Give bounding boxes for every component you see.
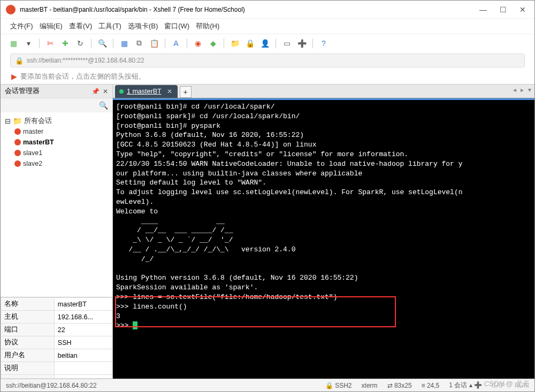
statusbar: ssh://beitian@192.168.64.80:22 🔒 SSH2 xt… — [1, 379, 534, 391]
prop-key: 用户名 — [1, 349, 55, 362]
status-cap: CAP — [492, 382, 505, 389]
screen-icon[interactable]: ▭ — [281, 38, 292, 49]
lock-icon: 🔒 — [15, 57, 24, 65]
tabstrip: 1 masterBT ✕ + ◂ ▸ ▾ — [113, 84, 534, 98]
maximize-button[interactable]: ☐ — [500, 5, 507, 14]
toolbar: ▦ ▾ ✄ ✚ ↻ 🔍 ▦ ⧉ 📋 A ◉ ◆ 📁 🔒 👤 ▭ ➕ ? — [1, 34, 534, 52]
close-button[interactable]: ✕ — [519, 5, 526, 14]
scissors-icon[interactable]: ✄ — [45, 38, 56, 49]
status-pos: ≡ 24,5 — [422, 382, 440, 389]
addressbar: 🔒 ssh://beitian:**********@192.168.64.80… — [1, 52, 534, 69]
tree-root[interactable]: ⊟ 📁 所有会话 — [5, 116, 108, 126]
session-icon — [14, 160, 21, 167]
session-item[interactable]: slave1 — [5, 148, 108, 158]
search-icon[interactable]: 🔍 — [99, 101, 108, 110]
help-icon[interactable]: ? — [318, 38, 329, 49]
expand-icon[interactable]: ⊟ — [5, 117, 11, 125]
tab-next-icon[interactable]: ▸ — [521, 86, 524, 94]
tab-add-button[interactable]: + — [180, 86, 192, 98]
terminal[interactable]: [root@panli bin]# cd /usr/local/spark/ [… — [113, 98, 534, 379]
session-icon — [14, 128, 21, 135]
xftp-icon[interactable]: ◆ — [208, 38, 218, 49]
close-panel-icon[interactable]: ✕ — [103, 88, 108, 95]
window-title: masterBT - beitian@panli:/usr/local/spar… — [20, 6, 479, 13]
status-sessions: 1 会话 ▴ ➕ — [449, 381, 482, 390]
app-icon — [6, 5, 16, 14]
status-size: ⇄ 83x25 — [387, 382, 412, 389]
font-icon[interactable]: A — [171, 38, 181, 49]
prop-val: 192.168.6... — [54, 311, 112, 324]
prop-val: SSH — [54, 336, 112, 349]
tip-text: 要添加当前会话，点击左侧的箭头按钮。 — [20, 72, 146, 81]
flag-icon: ▶ — [11, 72, 17, 81]
prop-key: 说明 — [1, 362, 55, 375]
menu-view[interactable]: 查看(V) — [69, 21, 92, 31]
address-field[interactable]: 🔒 ssh://beitian:**********@192.168.64.80… — [10, 53, 525, 67]
prop-val: 22 — [54, 324, 112, 336]
minimize-button[interactable]: ― — [479, 5, 487, 14]
user-icon[interactable]: 👤 — [259, 38, 270, 49]
status-proto: 🔒 SSH2 — [325, 382, 352, 389]
add-icon[interactable]: ➕ — [296, 38, 307, 49]
pin-icon[interactable]: 📌 — [91, 88, 100, 95]
tab-close-icon[interactable]: ✕ — [167, 88, 172, 95]
session-tree[interactable]: ⊟ 📁 所有会话 master masterBT slave1 slave2 — [1, 112, 112, 297]
new-session-icon[interactable]: ▦ — [8, 38, 19, 49]
session-item-selected[interactable]: masterBT — [5, 137, 108, 148]
folder-icon: 📁 — [13, 117, 22, 125]
menu-file[interactable]: 文件(F) — [10, 21, 33, 31]
status-num: NUM — [515, 382, 529, 389]
plus-icon[interactable]: ✚ — [60, 38, 71, 49]
tab-label: 1 masterBT — [127, 88, 162, 95]
tab-prev-icon[interactable]: ◂ — [513, 86, 516, 94]
lock-icon[interactable]: 🔒 — [244, 38, 255, 49]
search-icon[interactable]: 🔍 — [97, 38, 108, 49]
menu-edit[interactable]: 编辑(E) — [40, 21, 63, 31]
grid-icon[interactable]: ▦ — [119, 38, 129, 49]
menu-tools[interactable]: 工具(T) — [98, 21, 121, 31]
prop-val: beitian — [54, 349, 112, 362]
sidebar: 会话管理器 📌 ✕ 🔍 ⊟ 📁 所有会话 master masterBT sla… — [1, 84, 113, 379]
status-term: xterm — [362, 382, 378, 389]
prop-val — [54, 362, 112, 375]
copy-icon[interactable]: ⧉ — [134, 38, 144, 49]
tipbar: ▶ 要添加当前会话，点击左侧的箭头按钮。 — [1, 69, 534, 84]
dropdown-icon[interactable]: ▾ — [23, 38, 34, 49]
titlebar: masterBT - beitian@panli:/usr/local/spar… — [1, 1, 534, 19]
prop-key: 端口 — [1, 324, 55, 336]
prop-key: 名称 — [1, 298, 55, 311]
session-item[interactable]: master — [5, 126, 108, 137]
prop-val: masterBT — [54, 298, 112, 311]
menu-window[interactable]: 窗口(W) — [164, 21, 189, 31]
status-dot-icon — [119, 89, 124, 94]
status-connection: ssh://beitian@192.168.64.80:22 — [6, 382, 97, 389]
tab-menu-icon[interactable]: ▾ — [528, 86, 531, 94]
paste-icon[interactable]: 📋 — [149, 38, 159, 49]
refresh-icon[interactable]: ↻ — [75, 38, 86, 49]
menubar: 文件(F) 编辑(E) 查看(V) 工具(T) 选项卡(B) 窗口(W) 帮助(… — [1, 19, 534, 34]
folder-icon[interactable]: 📁 — [230, 38, 240, 49]
prop-key: 主机 — [1, 311, 55, 324]
properties-table: 名称masterBT 主机192.168.6... 端口22 协议SSH 用户名… — [1, 297, 112, 379]
sidebar-title: 会话管理器 📌 ✕ — [1, 84, 112, 98]
session-item[interactable]: slave2 — [5, 158, 108, 169]
session-icon — [14, 139, 21, 145]
xshell-icon[interactable]: ◉ — [193, 38, 203, 49]
tab-active[interactable]: 1 masterBT ✕ — [115, 85, 178, 98]
menu-help[interactable]: 帮助(H) — [196, 21, 219, 31]
session-icon — [14, 150, 21, 156]
prop-key: 协议 — [1, 336, 55, 349]
menu-tabs[interactable]: 选项卡(B) — [128, 21, 158, 31]
address-text: ssh://beitian:**********@192.168.64.80:2… — [27, 57, 144, 64]
